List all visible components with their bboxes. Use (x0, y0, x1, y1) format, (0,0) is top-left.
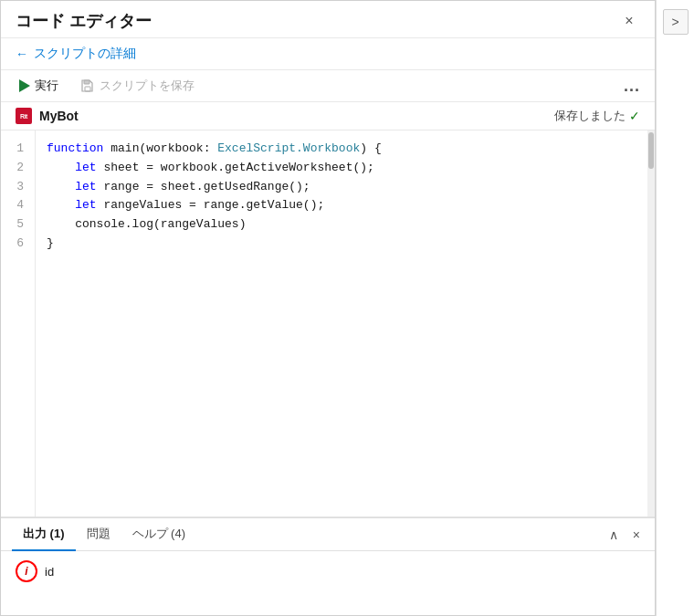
code-content[interactable]: function main(workbook: ExcelScript.Work… (36, 131, 647, 517)
output-panel: 出力 (1) 問題 ヘルプ (4) ∧ × i id (1, 517, 655, 615)
scrollbar[interactable] (647, 131, 655, 517)
output-text-0: id (45, 565, 54, 579)
info-icon: i (17, 562, 36, 580)
line-num-3: 3 (8, 178, 27, 197)
tab-help[interactable]: ヘルプ (4) (121, 518, 197, 551)
script-icon: Rit (16, 108, 32, 124)
save-label: スクリプトを保存 (100, 78, 195, 94)
saved-text: 保存しました (554, 108, 626, 124)
panel-title: コード エディター (16, 10, 152, 32)
back-nav: ← スクリプトの詳細 (1, 38, 655, 70)
line-num-6: 6 (8, 235, 27, 254)
script-name-bar: Rit MyBot 保存しました ✓ (1, 102, 655, 131)
header: コード エディター × (1, 1, 655, 38)
back-nav-label[interactable]: スクリプトの詳細 (34, 46, 136, 62)
toolbar: 実行 スクリプトを保存 ... (1, 70, 655, 102)
side-collapse-button[interactable]: > (663, 9, 689, 35)
saved-checkmark: ✓ (629, 109, 640, 123)
svg-rect-0 (85, 87, 90, 91)
output-content: i id (1, 551, 655, 615)
svg-rect-1 (84, 80, 89, 84)
collapse-output-icon[interactable]: ∧ (605, 526, 622, 544)
chevron-right-icon: > (671, 15, 678, 29)
tab-problems[interactable]: 問題 (76, 518, 121, 551)
line-num-1: 1 (8, 140, 27, 159)
line-numbers: 1 2 3 4 5 6 (1, 131, 36, 517)
script-info-left: Rit MyBot (16, 108, 79, 124)
run-label: 実行 (35, 78, 58, 94)
run-icon (19, 79, 30, 92)
output-tabs: 出力 (1) 問題 ヘルプ (4) ∧ × (1, 518, 655, 551)
scrollbar-thumb[interactable] (648, 132, 654, 169)
close-output-icon[interactable]: × (629, 526, 644, 544)
line-num-5: 5 (8, 215, 27, 235)
script-name: MyBot (39, 109, 79, 123)
output-row-0: i id (16, 560, 640, 582)
line-num-2: 2 (8, 159, 27, 178)
saved-status: 保存しました ✓ (554, 108, 640, 124)
more-button[interactable]: ... (624, 77, 640, 96)
side-collapse-panel: > (656, 0, 694, 616)
run-button[interactable]: 実行 (16, 76, 62, 96)
tab-output[interactable]: 出力 (1) (12, 518, 76, 551)
back-arrow-icon[interactable]: ← (16, 47, 28, 61)
code-editor: 1 2 3 4 5 6 function main(workbook: Exce… (1, 131, 655, 517)
line-num-4: 4 (8, 196, 27, 215)
output-tab-controls: ∧ × (605, 526, 644, 544)
save-icon (80, 78, 95, 93)
save-button[interactable]: スクリプトを保存 (77, 76, 198, 96)
close-button[interactable]: × (618, 10, 640, 32)
